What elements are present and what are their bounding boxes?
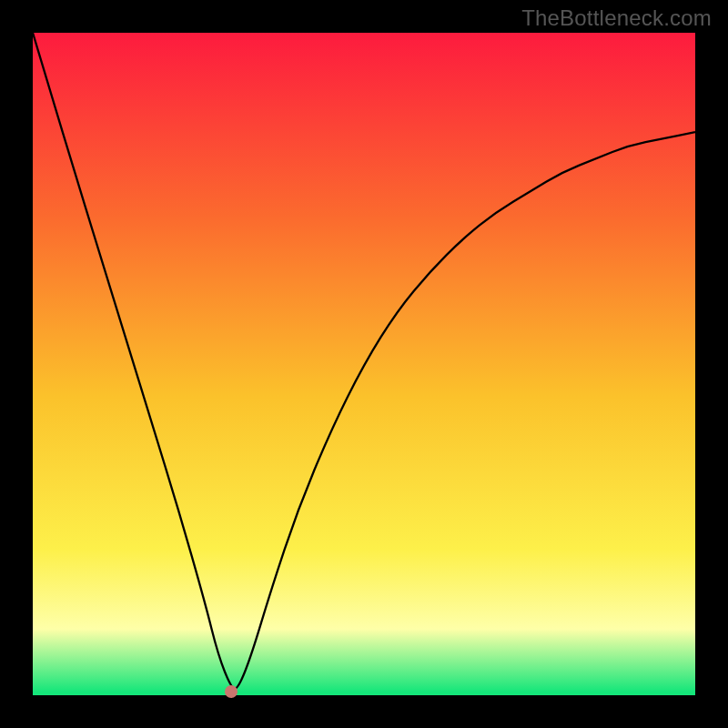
plot-area — [33, 33, 695, 695]
optimal-point-marker — [225, 685, 238, 698]
bottleneck-curve — [33, 33, 695, 695]
chart-frame: TheBottleneck.com — [0, 0, 728, 728]
watermark-text: TheBottleneck.com — [521, 5, 712, 31]
